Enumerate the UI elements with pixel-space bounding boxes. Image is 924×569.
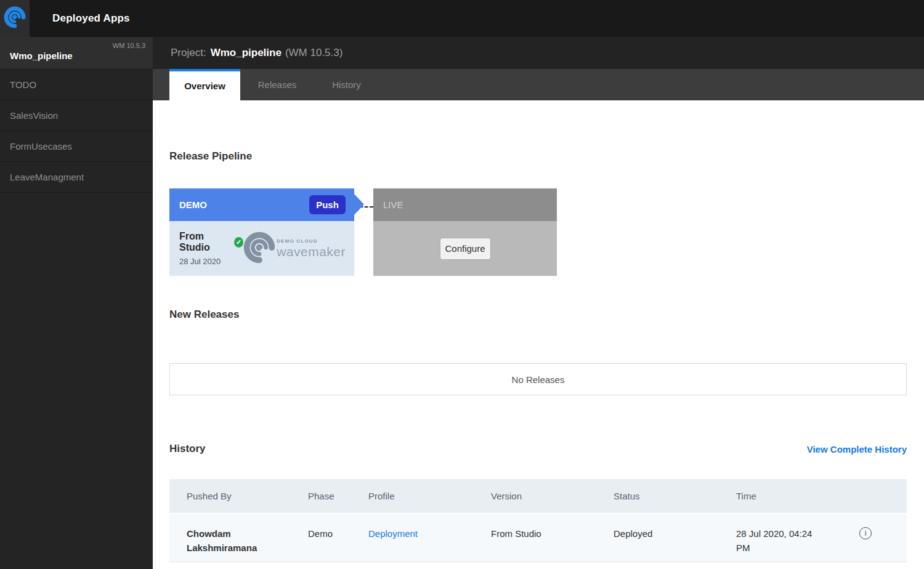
cell-time: 28 Jul 2020, 04:24 PM [736,514,829,555]
project-version: (WM 10.5.3) [285,47,343,59]
sidebar-item-label: FormUsecases [10,141,72,151]
configure-button[interactable]: Configure [440,238,491,260]
wavemaker-wave-icon [4,6,26,31]
new-releases-title: New Releases [169,309,907,321]
demo-stage-card: DEMO Push From Studio ✓ 28 Jul 2020 [169,188,354,276]
column-version: Version [491,491,614,501]
overview-content: Release Pipeline DEMO Push From Studio ✓… [153,100,924,569]
info-icon[interactable]: i [859,527,872,539]
live-stage-card: LIVE Configure [373,188,557,276]
column-time: Time [736,491,850,501]
pipeline-arrow-icon [354,194,364,215]
tab-bar: Overview Releases History [153,69,924,100]
sidebar-item-formusecases[interactable]: FormUsecases [0,131,153,162]
column-pushed-by: Pushed By [169,491,308,501]
history-title: History [169,443,206,455]
release-pipeline-title: Release Pipeline [169,150,907,163]
sidebar-item-label: SalesVision [10,110,58,121]
sidebar-item-label: LeaveManagment [10,172,84,182]
success-check-icon: ✓ [234,237,243,248]
sidebar-item-label: TODO [10,79,36,90]
demo-stage-header: DEMO Push [169,188,354,221]
tab-label: Overview [184,81,225,91]
no-releases-box: No Releases [169,363,907,395]
project-name: Wmo_pipeline [211,47,282,59]
sidebar-item-salesvision[interactable]: SalesVision [0,100,153,131]
sidebar-item-label: Wmo_pipeline [10,50,73,61]
projects-sidebar: WM 10.5.3 Wmo_pipeline TODO SalesVision … [0,37,153,569]
history-table: Pushed By Phase Profile Version Status T… [169,479,907,562]
main-column: Project: Wmo_pipeline (WM 10.5.3) Overvi… [153,37,924,569]
tab-label: History [332,79,361,90]
deployed-version-block: From Studio ✓ 28 Jul 2020 [179,231,243,266]
cell-profile-link[interactable]: Deployment [368,514,491,541]
push-button[interactable]: Push [309,195,346,214]
wavemaker-logo[interactable] [0,0,30,37]
release-pipeline: DEMO Push From Studio ✓ 28 Jul 2020 [169,188,907,276]
cell-pushed-by: Chowdam Lakshmiramana [169,514,280,555]
live-stage-body: Configure [373,221,557,276]
wavemaker-wave-icon [243,232,275,266]
demo-stage-name: DEMO [179,200,207,210]
view-complete-history-link[interactable]: View Complete History [807,444,907,454]
tab-history[interactable]: History [314,69,379,100]
sidebar-item-leavemanagment[interactable]: LeaveManagment [0,162,153,193]
app-title: Deployed Apps [52,12,130,25]
cell-status: Deployed [614,514,736,541]
demo-cloud-label: DEMO CLOUD [277,238,346,244]
project-header: Project: Wmo_pipeline (WM 10.5.3) [153,37,924,69]
sidebar-item-wmo-pipeline[interactable]: WM 10.5.3 Wmo_pipeline [0,37,153,70]
cell-phase: Demo [308,514,368,541]
cell-version: From Studio [491,514,614,541]
tab-overview[interactable]: Overview [169,69,240,100]
wavemaker-wordmark: wavemaker [277,244,346,259]
column-phase: Phase [308,491,368,501]
project-label: Project: [171,47,206,59]
live-stage-name: LIVE [383,200,403,210]
project-version-badge: WM 10.5.3 [113,42,145,49]
no-releases-text: No Releases [512,374,565,385]
table-row: Chowdam Lakshmiramana Demo Deployment Fr… [169,513,907,562]
demo-cloud-logo: DEMO CLOUD wavemaker [243,232,346,266]
demo-stage-body: From Studio ✓ 28 Jul 2020 [169,221,354,276]
tab-releases[interactable]: Releases [240,69,314,100]
tab-label: Releases [258,79,297,90]
deployed-date: 28 Jul 2020 [179,257,243,266]
sidebar-item-todo[interactable]: TODO [0,70,153,100]
history-table-header: Pushed By Phase Profile Version Status T… [169,479,907,513]
live-stage-header: LIVE [373,188,557,221]
top-bar: Deployed Apps [0,0,924,37]
deployed-version-name: From Studio [179,231,230,253]
column-status: Status [614,491,736,501]
column-profile: Profile [368,491,491,501]
